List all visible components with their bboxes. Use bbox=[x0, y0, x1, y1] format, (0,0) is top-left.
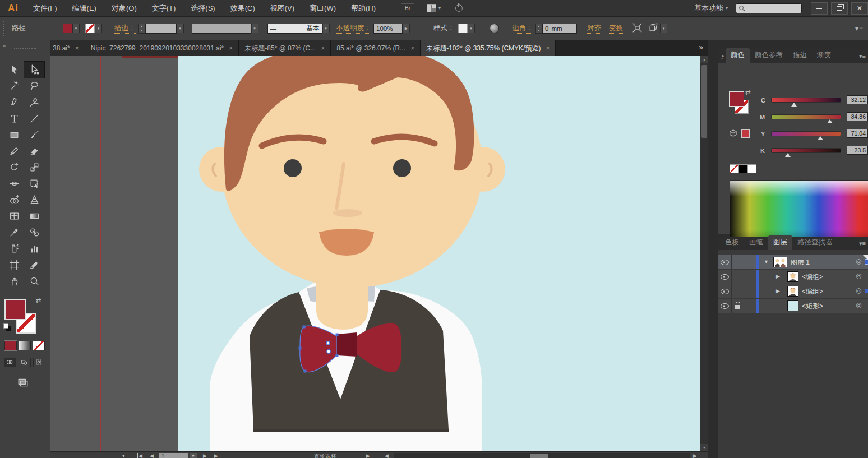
tab-overflow-icon[interactable]: » bbox=[699, 43, 703, 52]
column-graph-tool[interactable] bbox=[24, 240, 44, 257]
gradient-mode-button[interactable] bbox=[19, 341, 31, 350]
none-swatch[interactable] bbox=[730, 164, 738, 173]
recolor-artwork-icon[interactable] bbox=[490, 24, 499, 33]
none-mode-button[interactable] bbox=[33, 341, 45, 350]
target-icon[interactable]: ◎ bbox=[856, 301, 861, 309]
visibility-eye-icon[interactable] bbox=[721, 302, 729, 310]
rotate-tool[interactable] bbox=[4, 159, 24, 175]
draw-behind-mode-button[interactable] bbox=[19, 358, 31, 367]
menu-edit[interactable]: 编辑(E) bbox=[72, 3, 96, 13]
toolbar-drag-handle[interactable] bbox=[14, 48, 36, 49]
anchor-point-round[interactable] bbox=[326, 341, 330, 345]
style-dropdown-icon[interactable]: ▾ bbox=[468, 24, 475, 33]
paintbrush-tool[interactable] bbox=[24, 127, 44, 143]
layer-row-1[interactable]: ▼ 图层 1 ◎ bbox=[718, 255, 868, 269]
anchor-point[interactable] bbox=[299, 347, 302, 350]
layer-name[interactable]: 图层 1 bbox=[791, 258, 810, 267]
expand-arrow-icon[interactable]: ▶ bbox=[776, 288, 780, 294]
tab-color[interactable]: 颜色 bbox=[726, 48, 750, 63]
layer-name[interactable]: <编组> bbox=[802, 272, 823, 282]
channel-value-c[interactable]: 32.12 bbox=[847, 95, 868, 104]
visibility-eye-icon[interactable] bbox=[721, 272, 729, 281]
channel-value-k[interactable]: 23.5 bbox=[847, 146, 868, 155]
panel-grip[interactable] bbox=[3, 21, 4, 36]
first-artboard-icon[interactable]: ◀ bbox=[137, 453, 142, 458]
stroke-panel-link[interactable]: 描边： bbox=[114, 24, 136, 34]
zoom-tool[interactable] bbox=[24, 273, 44, 289]
isolate-selected-icon[interactable] bbox=[632, 22, 643, 35]
artboard-number-field[interactable]: 1 bbox=[159, 453, 188, 458]
gamut-warning-swatch[interactable] bbox=[741, 129, 750, 138]
panel-menu-icon[interactable]: ▾≡ bbox=[859, 240, 866, 247]
artboard-tool[interactable] bbox=[4, 257, 24, 273]
selected-art-indicator[interactable] bbox=[865, 289, 868, 293]
curvature-tool[interactable] bbox=[24, 94, 44, 110]
share-publish-icon[interactable] bbox=[455, 4, 463, 12]
visibility-eye-icon[interactable] bbox=[721, 258, 729, 266]
workspace-switcher[interactable]: 基本功能 bbox=[694, 3, 723, 13]
prev-artboard-icon[interactable]: ◀ bbox=[150, 453, 154, 458]
draw-inside-mode-button[interactable] bbox=[33, 358, 45, 367]
stroke-color-swatch[interactable] bbox=[85, 24, 95, 33]
workspace-chevron-icon[interactable]: ▾ bbox=[726, 6, 728, 11]
doc-tab-1[interactable]: 38.ai*× bbox=[50, 40, 85, 56]
channel-value-m[interactable]: 84.86 bbox=[847, 112, 868, 121]
tab-layers[interactable]: 图层 bbox=[768, 235, 792, 250]
menu-help[interactable]: 帮助(H) bbox=[351, 3, 376, 13]
target-icon[interactable]: ◎ bbox=[856, 286, 861, 294]
doc-tab-5-active[interactable]: 未标题-102* @ 335.75% (CMYK/预览)× bbox=[421, 40, 556, 56]
rectangle-tool[interactable] bbox=[4, 127, 24, 143]
layer-row-4[interactable]: <矩形> ◎ bbox=[718, 299, 868, 313]
channel-value-y[interactable]: 71.04 bbox=[847, 129, 868, 138]
tab-close-icon[interactable]: × bbox=[321, 44, 325, 52]
out-of-gamut-cube-icon[interactable] bbox=[729, 129, 737, 137]
close-button[interactable]: × bbox=[851, 2, 868, 15]
slider-thumb[interactable] bbox=[827, 119, 833, 123]
width-tool[interactable] bbox=[4, 175, 24, 192]
slider-thumb[interactable] bbox=[785, 153, 791, 157]
swap-fill-stroke-icon[interactable]: ⇄ bbox=[36, 297, 41, 304]
tab-close-icon[interactable]: × bbox=[75, 44, 79, 52]
white-swatch[interactable] bbox=[747, 164, 756, 173]
corner-stepper[interactable]: ▲▾ bbox=[535, 24, 542, 34]
eyedropper-tool[interactable] bbox=[4, 224, 24, 240]
channel-slider-m[interactable] bbox=[771, 114, 841, 119]
screen-mode-button[interactable] bbox=[16, 377, 30, 390]
menu-file[interactable]: 文件(F) bbox=[33, 3, 57, 13]
fill-color-swatch[interactable] bbox=[63, 24, 72, 33]
vertical-scroll-thumb[interactable] bbox=[701, 65, 707, 138]
scale-tool[interactable] bbox=[24, 159, 44, 175]
anchor-point[interactable] bbox=[336, 354, 339, 357]
minimize-button[interactable] bbox=[811, 2, 828, 15]
blend-tool[interactable] bbox=[24, 224, 44, 240]
corner-link[interactable]: 边角： bbox=[513, 24, 534, 34]
arrange-documents-icon[interactable] bbox=[427, 4, 436, 12]
fill-proxy-swatch[interactable] bbox=[4, 299, 26, 320]
draw-normal-mode-button[interactable] bbox=[4, 358, 16, 367]
layer-name[interactable]: <编组> bbox=[802, 287, 823, 297]
layer-thumbnail[interactable] bbox=[773, 257, 787, 267]
collapse-panel-icon[interactable]: « bbox=[3, 42, 6, 49]
menu-view[interactable]: 视图(V) bbox=[270, 3, 294, 13]
tab-swatches[interactable]: 色板 bbox=[720, 235, 744, 250]
tab-close-icon[interactable]: × bbox=[229, 44, 233, 52]
doc-tab-3[interactable]: 未标题-85* @ 87% (C...× bbox=[239, 40, 331, 56]
restore-button[interactable] bbox=[831, 2, 848, 15]
scroll-down-icon[interactable]: ▾ bbox=[700, 444, 708, 451]
transform-link[interactable]: 变换 bbox=[609, 24, 623, 34]
hand-tool[interactable] bbox=[4, 273, 24, 289]
panel-collapse-icon[interactable]: ▲▾ bbox=[721, 54, 724, 60]
select-similar-icon[interactable] bbox=[648, 22, 659, 35]
slice-tool[interactable] bbox=[24, 257, 44, 273]
tab-brushes[interactable]: 画笔 bbox=[744, 235, 768, 250]
layer-thumbnail[interactable] bbox=[787, 286, 798, 297]
shape-builder-tool[interactable] bbox=[4, 192, 24, 208]
slider-thumb[interactable] bbox=[791, 103, 797, 107]
pen-tool[interactable] bbox=[4, 94, 24, 110]
scroll-up-icon[interactable]: ▲ bbox=[700, 56, 708, 63]
hscroll-left-icon[interactable]: ◀ bbox=[385, 453, 389, 458]
eye-right[interactable] bbox=[393, 159, 411, 177]
anchor-point[interactable] bbox=[304, 370, 307, 373]
style-swatch[interactable] bbox=[458, 24, 468, 33]
menu-object[interactable]: 对象(O) bbox=[112, 3, 137, 13]
